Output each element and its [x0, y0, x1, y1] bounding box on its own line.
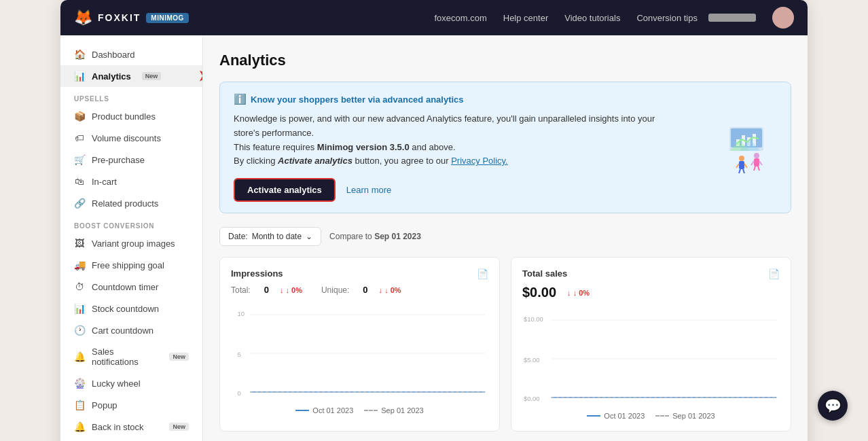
svg-line-9	[744, 164, 747, 168]
sidebar-item-free-shipping[interactable]: 🚚 Free shipping goal	[60, 254, 202, 276]
svg-rect-13	[754, 158, 759, 166]
svg-text:5: 5	[237, 351, 240, 358]
svg-rect-7	[739, 161, 744, 169]
total-sales-chart-area: $10.00 $5.00 $0.00	[522, 311, 780, 406]
svg-line-11	[743, 169, 744, 173]
legend-sep: Sep 01 2023	[364, 406, 423, 414]
svg-text:$10.00: $10.00	[524, 315, 543, 323]
banner-title: ℹ️ Know your shoppers better via advance…	[234, 93, 671, 105]
learn-more-link[interactable]: Learn more	[346, 185, 391, 195]
sidebar-item-size-chart[interactable]: 📏 Size chart	[60, 438, 202, 441]
sidebar-item-analytics[interactable]: 📊 Analytics New ➤	[60, 65, 202, 87]
fox-icon: 🦊	[74, 9, 92, 27]
nav-foxecom[interactable]: foxecom.com	[434, 13, 486, 23]
activate-analytics-button[interactable]: Activate analytics	[234, 178, 336, 202]
sidebar: 🏠 Dashboard 📊 Analytics New ➤ UPSELLS 📦 …	[60, 35, 203, 441]
back-in-stock-icon: 🔔	[74, 421, 85, 432]
related-products-icon: 🔗	[74, 198, 85, 209]
illustration-svg	[689, 120, 770, 175]
nav-help[interactable]: Help center	[503, 13, 548, 23]
sales-notif-icon: 🔔	[74, 351, 85, 362]
home-icon: 🏠	[74, 49, 85, 60]
sidebar-item-back-in-stock[interactable]: 🔔 Back in stock New	[60, 416, 202, 438]
impressions-title: Impressions	[231, 268, 283, 279]
oct-line	[295, 410, 309, 411]
analytics-icon: 📊	[74, 71, 85, 82]
date-label: Date:	[228, 232, 248, 241]
charts-grid: Impressions 📄 Total: 0 ↓ ↓ 0% Unique: 0	[219, 257, 791, 431]
svg-line-8	[736, 164, 739, 168]
minimog-badge: MINIMOG	[146, 13, 189, 23]
in-cart-icon: 🛍	[74, 176, 85, 187]
export-sales-icon[interactable]: 📄	[768, 268, 780, 279]
unique-value: 0	[363, 285, 367, 295]
pre-purchase-label: Pre-purchase	[92, 155, 145, 165]
topnav-links: foxecom.com Help center Video tutorials …	[434, 13, 698, 23]
volume-discounts-label: Volume discounts	[92, 133, 161, 143]
sidebar-item-volume-discounts[interactable]: 🏷 Volume discounts	[60, 127, 202, 149]
stock-countdown-label: Stock countdown	[92, 304, 159, 314]
svg-text:0: 0	[237, 389, 240, 397]
chevron-down-icon: ⌄	[306, 232, 312, 241]
sidebar-item-stock-countdown[interactable]: 📊 Stock countdown	[60, 298, 202, 319]
sidebar-item-sales-notifications[interactable]: 🔔 Sales notifications New	[60, 341, 202, 372]
impressions-card: Impressions 📄 Total: 0 ↓ ↓ 0% Unique: 0	[219, 257, 500, 431]
related-products-label: Related products	[92, 198, 158, 209]
sales-notif-badge: New	[169, 353, 189, 361]
banner-illustration	[682, 93, 777, 202]
free-shipping-label: Free shipping goal	[92, 260, 164, 270]
stock-countdown-icon: 📊	[74, 303, 85, 314]
chat-button[interactable]: 💬	[818, 391, 848, 421]
sep-line	[364, 410, 378, 411]
topnav: 🦊 FOXKIT MINIMOG foxecom.com Help center…	[60, 0, 808, 35]
sidebar-item-countdown-timer[interactable]: ⏱ Countdown timer	[60, 276, 202, 298]
svg-line-16	[754, 166, 755, 171]
user-name-placeholder	[708, 14, 756, 22]
arrow-down-icon: ↓	[280, 286, 284, 294]
countdown-timer-label: Countdown timer	[92, 282, 158, 292]
svg-text:$5.00: $5.00	[524, 356, 540, 364]
total-label: Total:	[231, 285, 251, 295]
avatar[interactable]	[772, 7, 794, 29]
sidebar-item-lucky-wheel[interactable]: 🎡 Lucky wheel	[60, 372, 202, 394]
total-sales-value: $0.00	[522, 285, 556, 300]
sales-legend-sep: Sep 01 2023	[655, 412, 715, 420]
sidebar-item-cart-countdown[interactable]: 🕐 Cart countdown	[60, 319, 202, 341]
arrow-down-icon3: ↓	[567, 289, 571, 297]
popup-label: Popup	[92, 400, 117, 410]
sidebar-item-product-bundles[interactable]: 📦 Product bundles	[60, 105, 202, 127]
sidebar-item-dashboard[interactable]: 🏠 Dashboard	[60, 43, 202, 65]
impressions-chart-svg: 10 5 0	[231, 306, 488, 401]
nav-conversion[interactable]: Conversion tips	[636, 13, 698, 23]
sales-legend-oct: Oct 01 2023	[587, 412, 645, 420]
section-upsells: UPSELLS	[60, 87, 202, 105]
export-impressions-icon[interactable]: 📄	[477, 268, 488, 279]
sidebar-item-pre-purchase[interactable]: 🛒 Pre-purchase	[60, 149, 202, 171]
page-title: Analytics	[219, 52, 791, 69]
back-in-stock-label: Back in stock	[92, 422, 144, 432]
date-dropdown[interactable]: Date: Month to date ⌄	[219, 227, 321, 246]
main-content: Analytics ℹ️ Know your shoppers better v…	[203, 35, 808, 441]
total-sales-stats: $0.00 ↓ ↓ 0%	[522, 285, 780, 300]
impressions-chart-area: 10 5 0	[231, 306, 488, 401]
back-in-stock-badge: New	[169, 423, 189, 431]
impressions-stats: Total: 0 ↓ ↓ 0% Unique: 0 ↓ ↓ 0%	[231, 285, 488, 295]
svg-line-10	[739, 169, 740, 173]
unique-label: Unique:	[321, 285, 349, 295]
logo-area: 🦊 FOXKIT MINIMOG	[74, 9, 189, 27]
nav-tutorials[interactable]: Video tutorials	[564, 13, 620, 23]
total-sales-legend: Oct 01 2023 Sep 01 2023	[522, 412, 780, 420]
countdown-timer-icon: ⏱	[74, 281, 85, 292]
in-cart-label: In-cart	[92, 177, 117, 187]
svg-line-17	[758, 166, 759, 171]
svg-line-15	[759, 161, 762, 165]
sidebar-item-popup[interactable]: 📋 Popup	[60, 394, 202, 416]
privacy-policy-link[interactable]: Privacy Policy.	[451, 156, 508, 166]
compare-text: Compare to Sep 01 2023	[329, 232, 421, 241]
sidebar-item-related-products[interactable]: 🔗 Related products	[60, 192, 202, 214]
sidebar-item-in-cart[interactable]: 🛍 In-cart	[60, 171, 202, 192]
sidebar-item-variant-group-images[interactable]: 🖼 Variant group images	[60, 232, 202, 254]
cart-countdown-label: Cart countdown	[92, 325, 153, 336]
cart-countdown-icon: 🕐	[74, 325, 85, 336]
free-shipping-icon: 🚚	[74, 260, 85, 270]
